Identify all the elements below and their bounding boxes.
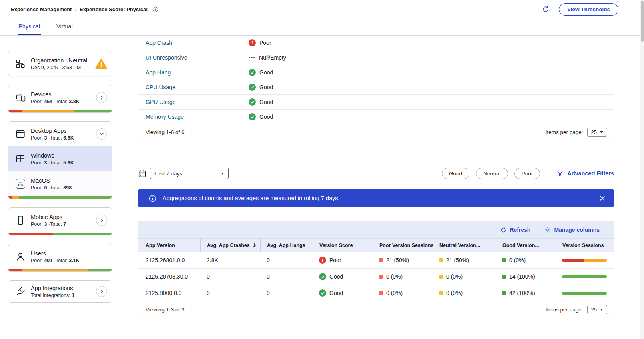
cell-poor-sessions: 21 (50%) [373,252,433,268]
column-header-good-version-sessions[interactable]: Good Version... [496,239,556,252]
users-score-strip [8,269,112,271]
organization-card[interactable]: Organization : Neutral Dec 9, 2025 · 3:5… [8,51,112,76]
mobile-apps-title: Mobile Apps [31,214,91,220]
sessions-bar [562,259,607,262]
metric-link[interactable]: App Hang [146,69,249,76]
users-stats: Poor: 401 ·Total: 3.1K [31,258,107,263]
sidebar-item-windows[interactable]: Windows Poor: 3 ·Total: 5.6K [8,146,112,171]
metric-link[interactable]: CPU Usage [146,84,249,90]
app-integrations-title: App Integrations [31,285,91,291]
topbar-actions: View Thresholds [542,3,618,16]
metric-link[interactable]: UI Unresponsive [146,54,249,61]
filter-pill-poor[interactable]: Poor [514,168,540,179]
neutral-swatch [439,258,443,262]
tab-bar: Physical Virtual [0,18,644,36]
desktop-apps-card: Desktop Apps Poor: 3 ·Total: 6.6K Wind [8,121,112,199]
view-thresholds-button[interactable]: View Thresholds [559,3,618,16]
chevron-right-icon[interactable] [96,286,107,297]
advanced-filters-button[interactable]: Advanced Filters [556,170,614,177]
metric-status: Good [249,84,273,91]
refresh-button[interactable]: Refresh [500,227,530,233]
neutral-swatch [439,275,443,279]
cell-version-sessions-bar [556,269,614,285]
vertical-scrollbar[interactable] [640,0,644,339]
breadcrumb: Experience Management / Experience Score… [11,6,158,12]
good-status-icon [319,289,326,297]
items-per-page-label: Items per page: [546,307,583,313]
cell-app-version: 2125.20703.30.0 [138,269,200,285]
column-header-neutral-version-sessions[interactable]: Neutral Version... [433,239,496,252]
cell-neutral-sessions: 0 (0%) [433,285,496,301]
caret-down-icon [221,173,224,175]
metric-link[interactable]: App Crash [146,40,249,46]
manage-columns-button[interactable]: Manage columns [544,227,600,233]
cell-poor-sessions: 0 (0%) [373,269,433,285]
banner-text: Aggregations of counts and averages are … [163,195,340,201]
users-title: Users [31,250,107,257]
table-footer: Viewing 1-6 of 6 Items per page: 25 [138,124,614,140]
devices-icon [15,92,26,103]
chevron-right-icon[interactable] [96,215,107,226]
filter-pill-neutral[interactable]: Neutral [476,168,508,179]
cell-good-sessions: 42 (100%) [496,285,556,301]
users-card[interactable]: Users Poor: 401 ·Total: 3.1K [8,244,112,272]
devices-title: Devices [31,91,91,98]
tab-physical[interactable]: Physical [18,18,41,35]
info-icon [149,195,156,202]
close-icon[interactable] [600,195,605,201]
metric-row: App Crash ! Poor [138,36,614,50]
column-header-version-score[interactable]: Version Score [313,239,373,252]
neutral-swatch [439,291,443,295]
cell-version-score: ! Poor [313,252,373,268]
cell-good-sessions: 14 (100%) [496,269,556,285]
sessions-bar [562,275,607,278]
metric-status: ! Poor [249,39,271,46]
refresh-icon[interactable] [542,6,549,13]
app-versions-table: Refresh Manage columns App Version Avg. … [138,221,614,318]
caret-down-icon [600,309,603,311]
breadcrumb-section[interactable]: Experience Management [11,6,72,12]
items-per-page-select[interactable]: 25 [587,305,607,314]
app-integrations-card[interactable]: App Integrations Total Integrations: 1 [8,280,112,303]
column-header-version-sessions[interactable]: Version Sessions [556,239,614,252]
mobile-apps-card[interactable]: Mobile Apps Poor: 3 ·Total: 7 [8,207,112,235]
sort-desc-icon[interactable] [252,243,257,248]
good-status-icon [249,113,256,120]
tab-virtual[interactable]: Virtual [56,18,74,35]
info-icon[interactable] [152,6,158,12]
items-per-page-select[interactable]: 25 [587,128,607,137]
filter-pill-good[interactable]: Good [442,168,469,179]
column-header-avg-app-hangs[interactable]: Avg. App Hangs [260,239,313,252]
section-divider [138,155,614,155]
filter-bar: Last 7 days Good Neutral Poor Advanced F… [138,168,614,179]
cell-poor-sessions: 0 (0%) [373,285,433,301]
cell-version-score: Good [313,269,373,285]
table-header-row: App Version Avg. App Crashes Avg. App Ha… [138,238,614,252]
metric-link[interactable]: GPU Usage [146,99,249,105]
desktop-apps-header[interactable]: Desktop Apps Poor: 3 ·Total: 6.6K [8,122,112,146]
column-header-avg-app-crashes[interactable]: Avg. App Crashes [200,239,260,252]
sidebar-item-macos[interactable]: macOS MacOS Poor: 0 ·Total: 898 [8,171,112,196]
date-range-select[interactable]: Last 7 days [150,168,229,179]
chevron-down-icon[interactable] [96,128,107,140]
devices-card[interactable]: Devices Poor: 454 ·Total: 3.8K [8,85,112,113]
scrollbar-thumb[interactable] [641,1,644,42]
organization-subtitle: Dec 9, 2025 · 3:53 PM [31,65,90,70]
devices-stats: Poor: 454 ·Total: 3.8K [31,99,91,104]
windows-stats: Poor: 3 ·Total: 5.6K [31,160,107,166]
chevron-right-icon[interactable] [96,92,107,103]
good-status-icon [319,273,326,280]
viewing-label: Viewing 1-3 of 3 [146,307,185,313]
column-header-app-version[interactable]: App Version [138,239,200,252]
cell-good-sessions: 0 (0%) [496,252,556,268]
table-row: 2125.26801.0.0 2.8K 0 ! Poor 21 (50%) 21… [138,252,614,268]
funnel-icon [556,170,564,177]
metric-link[interactable]: Memory Usage [146,114,249,120]
column-header-poor-version-sessions[interactable]: Poor Version Sessions [373,239,433,252]
devices-score-strip [8,110,112,112]
calendar-icon [138,169,146,178]
cell-version-score: Good [313,285,373,301]
cell-avg-app-hangs: 0 [260,269,313,285]
cell-avg-app-crashes: 0 [200,285,260,301]
viewing-label: Viewing 1-6 of 6 [146,129,185,135]
